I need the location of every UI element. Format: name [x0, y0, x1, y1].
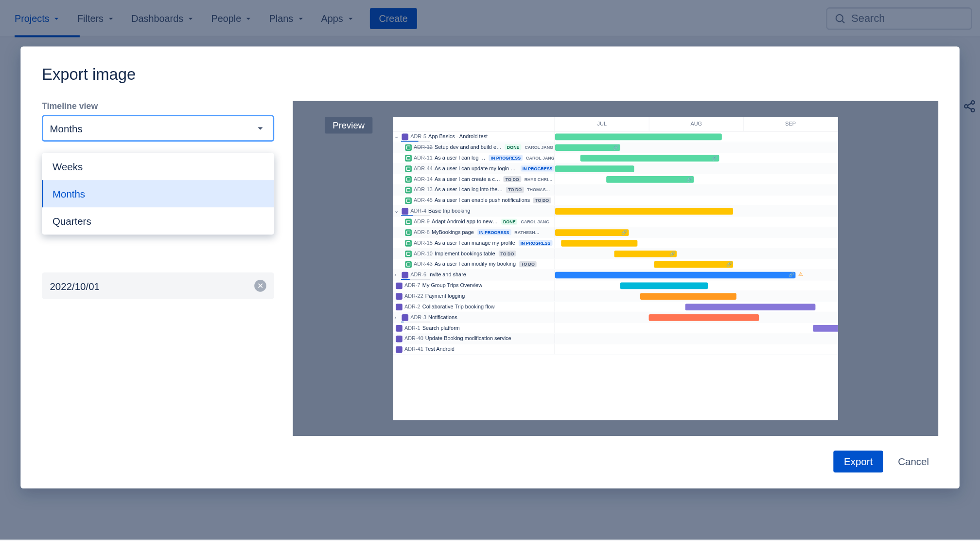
story-icon [405, 229, 412, 236]
story-icon [405, 186, 412, 193]
timeline-bar[interactable]: 🔗 [654, 261, 734, 268]
chevron-down-icon [254, 122, 266, 134]
roadmap-row: ⌄ADR-5App Basics - Android test [393, 131, 838, 142]
timeline-view-select[interactable]: Months [42, 115, 274, 142]
timeline-bar[interactable] [555, 208, 734, 215]
dropdown-option-months[interactable]: Months [42, 180, 274, 207]
timeline-bar[interactable] [640, 293, 736, 300]
story-icon [405, 218, 412, 225]
export-image-modal: Export image Timeline view Months Weeks … [20, 47, 960, 488]
issue-summary: As a user I can log i… [435, 155, 486, 161]
issue-key[interactable]: ADR-13 [414, 187, 433, 193]
issue-key[interactable]: ADR-15 [414, 240, 433, 246]
issue-key[interactable]: ADR-3 [410, 314, 426, 320]
status-lozenge: IN PROGRESS [489, 155, 523, 161]
timeline-bar[interactable] [620, 283, 708, 289]
end-date-value: 2022/10/01 [50, 280, 100, 291]
issue-key[interactable]: ADR-41 [404, 346, 423, 352]
timeline-bar[interactable]: 🔗 [555, 272, 796, 279]
story-icon [405, 144, 412, 151]
epic-icon [402, 208, 408, 215]
issue-key[interactable]: ADR-40 [404, 336, 423, 342]
issue-summary: As a user I can log into the… [435, 187, 503, 193]
issue-key[interactable]: ADR-22 [404, 293, 423, 299]
issue-key[interactable]: ADR-14 [414, 176, 433, 182]
expand-icon[interactable]: › [394, 272, 400, 278]
timeline-bar[interactable] [555, 165, 634, 172]
assignee-label: RATHESH… [514, 230, 539, 235]
roadmap-row: ›ADR-6Invite and share🔗⚠ [393, 270, 838, 281]
modal-overlay: Export image Timeline view Months Weeks … [0, 0, 980, 540]
issue-summary: Update Booking modification service [425, 336, 511, 342]
issue-key[interactable]: ADR-1 [404, 325, 420, 331]
issue-summary: Test Android [425, 346, 455, 352]
link-icon: 🔗 [669, 251, 675, 256]
issue-key[interactable]: ADR-45 [414, 198, 433, 203]
export-button[interactable]: Export [833, 451, 883, 472]
roadmap-row: ADR-7My Group Trips Overview [393, 280, 838, 291]
issue-summary: My Group Trips Overview [422, 283, 482, 289]
issue-summary: As a user I can manage my profile [435, 240, 515, 246]
issue-key[interactable]: ADR-6 [410, 272, 426, 278]
link-icon: 🔗 [726, 262, 732, 267]
issue-key[interactable]: ADR-4 [410, 208, 426, 214]
roadmap-row: ADR-14As a user I can create a c…TO DORH… [393, 174, 838, 185]
timeline-bar[interactable] [813, 325, 838, 332]
status-lozenge: IN PROGRESS [521, 165, 555, 171]
epic-icon [402, 314, 408, 321]
issue-summary: Invite and share [428, 272, 466, 278]
issue-summary: Search platform [422, 325, 460, 331]
timeline-bar[interactable] [685, 304, 816, 310]
roadmap-row: ADR-8MyBookings pageIN PROGRESSRATHESH…🔗 [393, 227, 838, 238]
issue-key[interactable]: ADR-12 [414, 144, 433, 150]
timeline-bar[interactable]: 🔗 [555, 229, 629, 236]
clear-icon[interactable]: ✕ [254, 280, 266, 292]
issue-key[interactable]: ADR-10 [414, 251, 433, 256]
dropdown-option-quarters[interactable]: Quarters [42, 207, 274, 234]
issue-key[interactable]: ADR-11 [414, 155, 433, 161]
timeline-bar[interactable]: 🔗 [580, 155, 719, 162]
modal-title: Export image [42, 65, 938, 84]
timeline-bar[interactable]: 🔗 [555, 144, 620, 151]
end-date-field[interactable]: 2022/10/01 ✕ [42, 272, 274, 299]
dropdown-option-weeks[interactable]: Weeks [42, 153, 274, 180]
issue-summary: Payment logging [425, 293, 465, 299]
story-icon [405, 239, 412, 246]
epic-icon [396, 304, 402, 310]
issue-key[interactable]: ADR-43 [414, 261, 433, 267]
status-lozenge: IN PROGRESS [519, 240, 553, 246]
roadmap-row: ADR-41Test Android [393, 344, 838, 355]
preview-label: Preview [325, 117, 372, 133]
assignee-label: CAROL JANG [521, 219, 550, 224]
timeline-bar[interactable]: 🔗 [614, 251, 677, 257]
epic-icon [402, 271, 408, 278]
issue-key[interactable]: ADR-2 [404, 304, 420, 309]
issue-key[interactable]: ADR-7 [404, 283, 420, 289]
issue-summary: As a user I can enable push notification… [435, 198, 530, 203]
roadmap-row: ADR-15As a user I can manage my profileI… [393, 238, 838, 249]
issue-summary: Notifications [428, 314, 457, 320]
story-icon [405, 165, 412, 172]
issue-key[interactable]: ADR-9 [414, 218, 430, 224]
timeline-bar[interactable] [555, 134, 722, 141]
status-lozenge: TO DO [506, 187, 524, 193]
expand-icon[interactable]: › [394, 314, 400, 320]
roadmap-row: ADR-11As a user I can log i…IN PROGRESSC… [393, 153, 838, 163]
issue-key[interactable]: ADR-44 [414, 165, 433, 171]
expand-icon[interactable]: ⌄ [394, 134, 400, 140]
issue-summary: MyBookings page [432, 229, 474, 235]
assignee-label: THOMAS… [527, 187, 550, 192]
timeline-bar[interactable] [561, 240, 637, 247]
timeline-view-dropdown: Weeks Months Quarters [42, 153, 274, 234]
timeline-bar[interactable]: 🔗 [606, 176, 694, 183]
issue-key[interactable]: ADR-8 [414, 229, 430, 235]
timeline-bar[interactable] [648, 314, 759, 321]
expand-icon[interactable]: ⌄ [394, 208, 400, 214]
issue-key[interactable]: ADR-5 [410, 134, 426, 140]
cancel-button[interactable]: Cancel [889, 451, 938, 472]
epic-progress [401, 279, 430, 280]
story-icon [405, 261, 412, 268]
story-icon [405, 176, 412, 182]
preview-pane: Preview JULAUGSEP ⌄ADR-5App Basics - And… [293, 101, 938, 436]
issue-summary: As a user I can create a c… [435, 176, 500, 182]
